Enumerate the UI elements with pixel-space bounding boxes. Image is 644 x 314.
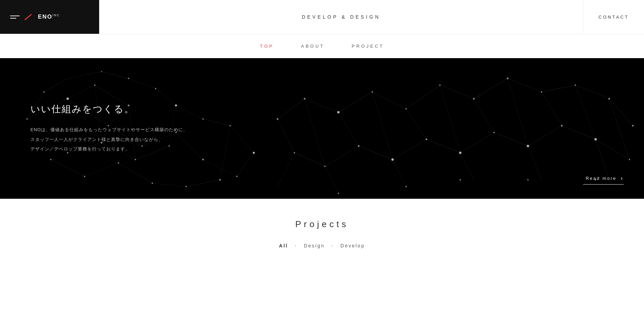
svg-point-88 xyxy=(50,159,51,160)
svg-point-101 xyxy=(324,166,326,167)
svg-point-114 xyxy=(493,132,495,133)
svg-point-125 xyxy=(632,125,634,127)
filter-dot-2: • xyxy=(332,244,334,248)
svg-point-71 xyxy=(26,118,28,120)
svg-point-98 xyxy=(277,118,279,120)
logo-icon: ENOINC. xyxy=(10,13,61,21)
svg-point-109 xyxy=(426,139,427,140)
svg-point-99 xyxy=(294,152,295,153)
svg-point-130 xyxy=(392,159,394,161)
svg-point-105 xyxy=(372,91,373,93)
svg-point-129 xyxy=(337,111,340,114)
svg-point-133 xyxy=(595,138,597,141)
logo-line-2 xyxy=(10,18,16,19)
logo-slash xyxy=(24,14,32,20)
readmore-text: Read more xyxy=(586,176,617,181)
svg-point-73 xyxy=(94,84,95,86)
svg-point-84 xyxy=(229,125,231,126)
filter-dot-1: • xyxy=(295,244,297,248)
main-nav: TOP ABOUT PROJECT xyxy=(0,34,644,58)
readmore-button[interactable]: Read more › xyxy=(586,175,624,182)
contact-link[interactable]: CONTACT xyxy=(599,15,629,20)
svg-point-82 xyxy=(202,118,204,120)
svg-point-74 xyxy=(101,71,102,72)
site-header: ENOINC. DEVELOP & DESIGN CONTACT xyxy=(0,0,644,34)
projects-heading: Projects xyxy=(0,219,644,230)
filter-design[interactable]: Design xyxy=(304,243,325,248)
logo-text: ENOINC. xyxy=(38,14,61,20)
logo-line-1 xyxy=(10,16,20,16)
svg-point-126 xyxy=(67,98,69,100)
svg-point-120 xyxy=(575,84,576,86)
svg-point-132 xyxy=(527,145,529,147)
projects-section: Projects All • Design • Develop xyxy=(0,199,644,262)
contact-link-area[interactable]: CONTACT xyxy=(583,0,644,34)
svg-point-104 xyxy=(358,145,360,147)
svg-point-90 xyxy=(84,176,85,177)
svg-point-117 xyxy=(527,179,529,180)
svg-point-112 xyxy=(460,179,461,180)
readmore-underline xyxy=(583,184,624,185)
svg-point-131 xyxy=(459,152,462,154)
svg-point-123 xyxy=(608,98,610,100)
filter-all[interactable]: All xyxy=(279,243,288,248)
svg-point-96 xyxy=(185,186,187,187)
svg-point-118 xyxy=(541,91,542,93)
svg-point-107 xyxy=(405,108,407,110)
nav-item-top[interactable]: TOP xyxy=(260,44,274,49)
hero-title: いい仕組みをつくる。 xyxy=(30,103,188,116)
filter-develop[interactable]: Develop xyxy=(340,243,365,248)
svg-point-87 xyxy=(43,91,45,93)
svg-point-97 xyxy=(219,179,221,181)
hero-section: いい仕組みをつくる。 ENOは、価値ある仕組みをもったウェブサイトやサービス構築… xyxy=(0,58,644,199)
svg-point-108 xyxy=(405,186,407,187)
svg-point-103 xyxy=(338,193,339,194)
svg-point-119 xyxy=(561,125,563,127)
nav-item-project[interactable]: PROJECT xyxy=(352,44,384,49)
nav-item-about[interactable]: ABOUT xyxy=(301,44,325,49)
hero-description: ENOは、価値ある仕組みをもったウェブサイトやサービス構築のために、 スタッフ一… xyxy=(30,125,188,154)
svg-point-115 xyxy=(507,78,509,79)
svg-point-85 xyxy=(236,176,238,177)
svg-point-83 xyxy=(202,159,204,161)
tagline-text: DEVELOP & DESIGN xyxy=(302,14,381,20)
readmore-arrow-icon: › xyxy=(621,175,624,182)
hero-content: いい仕組みをつくる。 ENOは、価値ある仕組みをもったウェブサイトやサービス構築… xyxy=(30,103,188,154)
svg-point-79 xyxy=(155,88,156,89)
svg-point-110 xyxy=(439,84,441,86)
svg-point-113 xyxy=(473,98,475,100)
svg-point-124 xyxy=(629,159,630,160)
logo-area: ENOINC. xyxy=(0,0,99,34)
svg-point-93 xyxy=(135,159,136,160)
svg-point-94 xyxy=(152,183,153,184)
svg-point-92 xyxy=(118,162,119,164)
svg-point-128 xyxy=(253,152,255,154)
svg-point-75 xyxy=(128,78,129,79)
svg-point-100 xyxy=(304,98,306,100)
projects-filter: All • Design • Develop xyxy=(0,243,644,248)
header-tagline-area: DEVELOP & DESIGN xyxy=(99,0,583,34)
